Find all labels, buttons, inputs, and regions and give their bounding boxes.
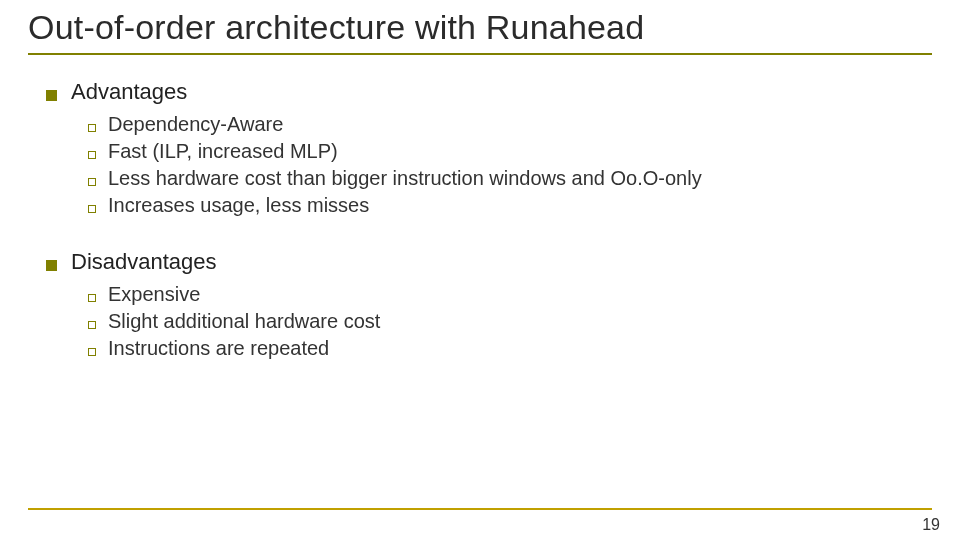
slide-title: Out-of-order architecture with Runahead (0, 0, 960, 51)
item-text: Expensive (108, 283, 200, 306)
list-item: Slight additional hardware cost (88, 310, 932, 333)
item-text: Increases usage, less misses (108, 194, 369, 217)
square-bullet-outline-icon (88, 348, 96, 356)
item-text: Slight additional hardware cost (108, 310, 380, 333)
square-bullet-outline-icon (88, 151, 96, 159)
item-text: Instructions are repeated (108, 337, 329, 360)
square-bullet-outline-icon (88, 294, 96, 302)
section-heading-disadvantages: Disadvantages (46, 249, 932, 275)
list-item: Expensive (88, 283, 932, 306)
list-item: Less hardware cost than bigger instructi… (88, 167, 932, 190)
list-item: Increases usage, less misses (88, 194, 932, 217)
title-divider (28, 53, 932, 55)
section-heading-advantages: Advantages (46, 79, 932, 105)
square-bullet-outline-icon (88, 178, 96, 186)
page-number: 19 (922, 516, 940, 534)
heading-text: Disadvantages (71, 249, 217, 275)
heading-text: Advantages (71, 79, 187, 105)
content-area: Advantages Dependency-Aware Fast (ILP, i… (0, 59, 960, 360)
footer-divider (28, 508, 932, 510)
item-text: Dependency-Aware (108, 113, 283, 136)
square-bullet-filled-icon (46, 90, 57, 101)
item-text: Less hardware cost than bigger instructi… (108, 167, 702, 190)
list-item: Instructions are repeated (88, 337, 932, 360)
square-bullet-filled-icon (46, 260, 57, 271)
square-bullet-outline-icon (88, 321, 96, 329)
item-text: Fast (ILP, increased MLP) (108, 140, 338, 163)
list-item: Dependency-Aware (88, 113, 932, 136)
square-bullet-outline-icon (88, 205, 96, 213)
list-item: Fast (ILP, increased MLP) (88, 140, 932, 163)
square-bullet-outline-icon (88, 124, 96, 132)
